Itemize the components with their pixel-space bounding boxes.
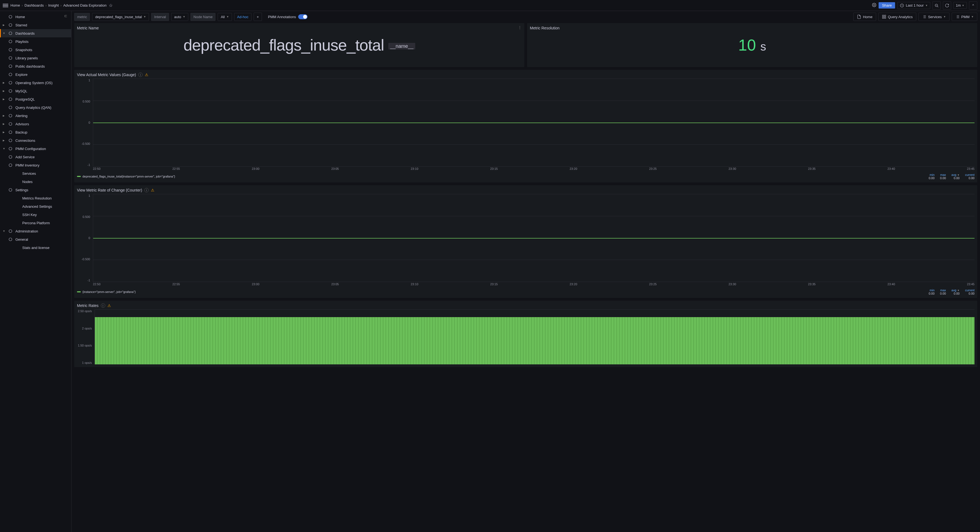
sidebar-item-mysql[interactable]: ▶MySQL: [0, 87, 71, 95]
star-icon[interactable]: ☆: [109, 3, 113, 8]
sidebar-item-general[interactable]: General: [0, 235, 71, 243]
legend-col-avg[interactable]: avg ▼: [951, 173, 960, 176]
legend-swatch: [77, 291, 81, 292]
chevron-down-icon: ▼: [962, 4, 964, 7]
info-icon[interactable]: i: [138, 73, 143, 77]
legend-col-max[interactable]: max: [940, 173, 946, 176]
svg-rect-26: [885, 15, 886, 16]
sidebar-item-query-analytics-qan-[interactable]: Query Analytics (QAN): [0, 103, 71, 111]
share-button[interactable]: Share: [878, 2, 895, 8]
sidebar-item-label: Settings: [15, 188, 28, 192]
time-range-picker[interactable]: Last 1 hour ▼: [897, 2, 930, 9]
sidebar-item-add-service[interactable]: Add Service: [0, 153, 71, 161]
sidebar-item-postgresql[interactable]: ▶PostgreSQL: [0, 95, 71, 103]
sidebar-item-ssh-key[interactable]: SSH Key: [0, 211, 71, 219]
refresh-button[interactable]: [943, 2, 951, 10]
link-query-analytics[interactable]: Query Analytics: [878, 13, 916, 21]
metric-var-label: metric: [74, 13, 90, 21]
x-tick: 23:20: [570, 167, 578, 172]
settings-icon[interactable]: [872, 3, 877, 8]
add-filter-button[interactable]: +: [254, 13, 262, 21]
legend-series-name[interactable]: deprecated_flags_inuse_total{instance="p…: [83, 175, 175, 178]
hamburger-icon[interactable]: [3, 3, 8, 8]
y-tick: 0: [77, 236, 90, 240]
link-pmm[interactable]: PMM▼: [952, 13, 977, 21]
sidebar-item-percona-platform[interactable]: Percona Platform: [0, 219, 71, 227]
metric-var-select[interactable]: deprecated_flags_inuse_total▼: [92, 13, 149, 21]
legend-col-current[interactable]: current: [965, 289, 975, 292]
breadcrumb-home[interactable]: Home: [10, 3, 20, 8]
link-services[interactable]: Services▼: [918, 13, 950, 21]
x-tick: 22:55: [172, 283, 180, 287]
sidebar-item-pmm-configuration[interactable]: ▼PMM Configuration: [0, 145, 71, 153]
warning-icon[interactable]: ⚠: [107, 303, 111, 308]
warning-icon[interactable]: ⚠: [145, 73, 148, 77]
search-icon: [8, 122, 13, 126]
x-tick: 23:10: [411, 167, 418, 172]
plus-icon: [8, 155, 13, 159]
breadcrumb-dashboards[interactable]: Dashboards: [24, 3, 44, 8]
x-tick: 23:15: [490, 167, 498, 172]
sidebar-item-home[interactable]: Home: [0, 13, 71, 21]
zoom-out-button[interactable]: [932, 2, 941, 10]
legend-col-max[interactable]: max: [940, 289, 946, 292]
sidebar-item-explore[interactable]: Explore: [0, 70, 71, 79]
sidebar-item-advanced-settings[interactable]: Advanced Settings: [0, 202, 71, 211]
sidebar-item-operating-system-os-[interactable]: ▶Operating System (OS): [0, 79, 71, 87]
panel-rates: Metric Rates i ⚠ 2.50 ops/s2 ops/s1.50 o…: [74, 301, 977, 367]
breadcrumb-insight[interactable]: Insight: [48, 3, 59, 8]
sidebar-item-label: Alerting: [15, 114, 27, 118]
nodename-var-select[interactable]: All▼: [218, 13, 232, 21]
sidebar-item-starred[interactable]: ▶Starred: [0, 21, 71, 29]
sidebar-item-public-dashboards[interactable]: Public dashboards: [0, 62, 71, 70]
sidebar-item-label: MySQL: [15, 89, 27, 93]
bar-series: [95, 317, 975, 364]
sidebar-item-label: Administration: [15, 229, 38, 233]
sidebar-item-advisors[interactable]: ▶Advisors: [0, 120, 71, 128]
sidebar-item-alerting[interactable]: ▶Alerting: [0, 111, 71, 120]
svg-point-8: [9, 57, 12, 60]
annotations-toggle[interactable]: [298, 14, 307, 19]
sidebar-item-backup[interactable]: ▶Backup: [0, 128, 71, 136]
sidebar-item-label: Advanced Settings: [22, 205, 52, 208]
sidebar-item-dashboards[interactable]: ▼Dashboards: [0, 29, 71, 37]
star-icon: [8, 23, 13, 27]
legend-col-avg[interactable]: avg ▼: [951, 289, 960, 292]
link-home[interactable]: Home: [853, 13, 876, 21]
collapse-icon[interactable]: ^: [969, 2, 977, 10]
svg-point-12: [9, 90, 12, 93]
chevron-icon: ▶: [3, 81, 5, 84]
sidebar-item-library-panels[interactable]: Library panels: [0, 54, 71, 62]
sidebar-item-services[interactable]: Services: [0, 169, 71, 178]
x-tick: 23:00: [252, 167, 259, 172]
adhoc-filter[interactable]: Ad-hoc: [234, 13, 251, 21]
info-icon[interactable]: i: [101, 303, 105, 308]
blank-icon: [15, 179, 19, 184]
svg-point-22: [9, 189, 12, 192]
interval-var-select[interactable]: auto▼: [171, 13, 188, 21]
x-tick: 22:50: [93, 283, 100, 287]
legend-series-name[interactable]: {instance="pmm-server", job="grafana"}: [83, 290, 136, 294]
panel-menu-icon[interactable]: ⋮: [518, 25, 522, 29]
sidebar-item-pmm-inventory[interactable]: PMM Inventory: [0, 161, 71, 169]
metric-name-tag: __name__: [388, 43, 415, 49]
legend-col-min[interactable]: min: [929, 173, 934, 176]
sidebar-item-snapshots[interactable]: Snapshots: [0, 46, 71, 54]
sidebar-item-playlists[interactable]: Playlists: [0, 37, 71, 46]
legend-col-min[interactable]: min: [929, 289, 934, 292]
refresh-interval-picker[interactable]: 1m ▼: [953, 2, 967, 9]
info-icon[interactable]: i: [144, 188, 149, 192]
sidebar-item-connections[interactable]: ▶Connections: [0, 136, 71, 145]
sidebar-item-settings[interactable]: Settings: [0, 186, 71, 194]
sidebar-item-label: Playlists: [15, 40, 29, 44]
sidebar-item-nodes[interactable]: Nodes: [0, 178, 71, 186]
legend-col-current[interactable]: current: [965, 173, 975, 176]
svg-point-3: [9, 15, 12, 18]
sidebar-item-administration[interactable]: ▼Administration: [0, 227, 71, 235]
panel-gauge: View Actual Metric Values (Gauge) i ⚠ 10…: [74, 70, 977, 183]
sidebar-item-metrics-resolution[interactable]: Metrics Resolution: [0, 194, 71, 202]
sidebar-item-label: Operating System (OS): [15, 81, 52, 85]
warning-icon[interactable]: ⚠: [151, 188, 154, 192]
sidebar-item-stats-and-license[interactable]: Stats and license: [0, 243, 71, 252]
dock-icon[interactable]: ⊏: [64, 14, 67, 18]
